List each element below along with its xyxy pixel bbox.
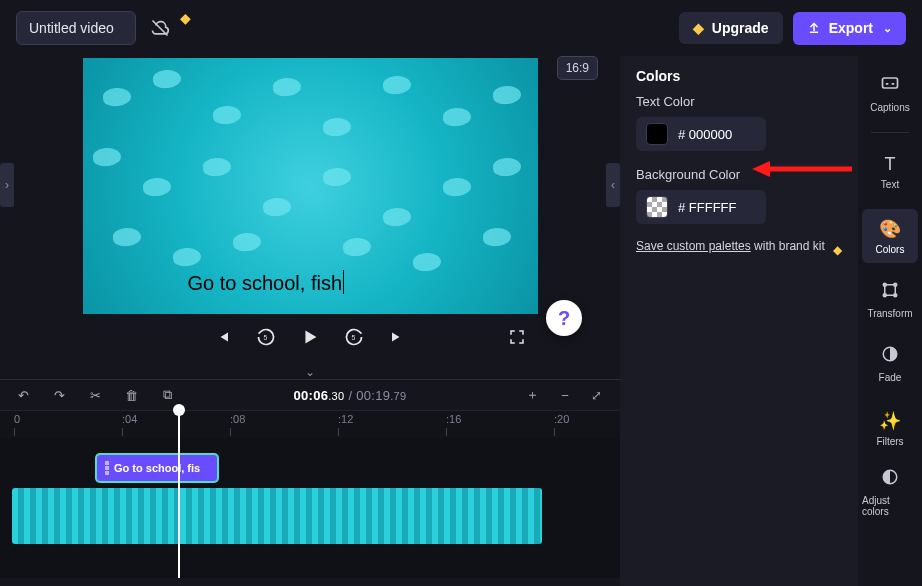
tick-0: 0: [14, 413, 20, 425]
delete-button[interactable]: 🗑: [122, 388, 140, 403]
bg-color-picker[interactable]: # FFFFFF: [636, 190, 766, 224]
text-color-label: Text Color: [636, 94, 842, 109]
save-palettes-link[interactable]: Save custom palettes: [636, 239, 751, 253]
prev-button[interactable]: [211, 328, 233, 351]
gem-icon: ◆: [833, 242, 842, 259]
forward-5-button[interactable]: 5: [343, 327, 365, 352]
captions-icon: [880, 73, 900, 98]
rail-fade[interactable]: Fade: [862, 337, 918, 391]
split-button[interactable]: ✂: [86, 388, 104, 403]
undo-button[interactable]: ↶: [14, 388, 32, 403]
caption-overlay-text: Go to school, fish: [188, 272, 343, 294]
premium-gem-icon: ◆: [180, 10, 191, 26]
project-title-input[interactable]: [16, 11, 136, 45]
text-color-hex: # 000000: [678, 127, 732, 142]
fit-timeline-button[interactable]: ⤢: [588, 388, 606, 403]
tick-3: :12: [338, 413, 353, 425]
properties-panel: Colors Text Color # 000000 Background Co…: [620, 56, 858, 586]
next-button[interactable]: [387, 328, 409, 351]
duplicate-button[interactable]: ⧉: [158, 387, 176, 403]
fade-icon: [881, 345, 899, 368]
player-controls: 5 5 ?: [0, 314, 620, 361]
svg-rect-3: [883, 78, 898, 88]
rail-adjust-colors[interactable]: Adjust colors: [862, 465, 918, 519]
timeline-toolbar: ↶ ↷ ✂ 🗑 ⧉ 00:06.30 / 00:19.79 ＋ − ⤢: [0, 379, 620, 410]
right-panel-handle[interactable]: ‹: [606, 163, 620, 207]
collapse-preview-caret[interactable]: ⌄: [0, 365, 620, 379]
bg-color-label: Background Color: [636, 167, 842, 182]
rail-divider: [871, 132, 909, 133]
svg-text:5: 5: [352, 334, 356, 341]
rail-text[interactable]: T Text: [862, 145, 918, 199]
duration: 00:19: [356, 388, 390, 403]
timeline-ruler[interactable]: 0 :04 :08 :12 :16 :20: [0, 410, 620, 438]
svg-text:5: 5: [264, 334, 268, 341]
left-panel-handle[interactable]: ›: [0, 163, 14, 207]
text-icon: T: [885, 154, 896, 175]
playhead[interactable]: [178, 410, 180, 578]
save-palettes-note: Save custom palettes with brand kit ◆: [636, 238, 842, 255]
rail-captions[interactable]: Captions: [862, 66, 918, 120]
palette-icon: 🎨: [879, 218, 901, 240]
gem-icon: ◆: [693, 20, 704, 36]
time-readout: 00:06.30 / 00:19.79: [294, 388, 407, 403]
adjust-icon: [881, 468, 899, 491]
zoom-out-button[interactable]: −: [556, 388, 574, 403]
tick-4: :16: [446, 413, 461, 425]
transform-icon: [881, 281, 899, 304]
cloud-off-icon[interactable]: [146, 14, 174, 42]
video-preview[interactable]: Go to school, fish: [83, 58, 538, 314]
video-clip[interactable]: [12, 488, 542, 544]
aspect-ratio-chip[interactable]: 16:9: [557, 56, 598, 80]
upgrade-button[interactable]: ◆ Upgrade: [679, 12, 783, 44]
rewind-5-button[interactable]: 5: [255, 327, 277, 352]
chevron-down-icon: ⌄: [883, 22, 892, 35]
add-track-button[interactable]: ＋: [524, 386, 542, 404]
rail-colors[interactable]: 🎨 Colors: [862, 209, 918, 263]
panel-title: Colors: [636, 68, 842, 84]
caption-overlay[interactable]: Go to school, fish: [188, 270, 345, 295]
text-cursor: [343, 270, 344, 294]
help-button[interactable]: ?: [546, 300, 582, 336]
upload-icon: [807, 20, 821, 37]
export-button[interactable]: Export ⌄: [793, 12, 906, 45]
tool-rail: Captions T Text 🎨 Colors Transform Fade …: [858, 56, 922, 586]
upgrade-label: Upgrade: [712, 20, 769, 36]
top-bar: ◆ ◆ Upgrade Export ⌄: [0, 0, 922, 56]
tick-5: :20: [554, 413, 569, 425]
bg-color-swatch: [646, 196, 668, 218]
text-color-swatch: [646, 123, 668, 145]
text-color-picker[interactable]: # 000000: [636, 117, 766, 151]
bg-color-hex: # FFFFFF: [678, 200, 737, 215]
redo-button[interactable]: ↷: [50, 388, 68, 403]
play-button[interactable]: [299, 326, 321, 353]
current-time: 00:06: [294, 388, 329, 403]
fullscreen-button[interactable]: [506, 328, 528, 351]
text-clip-label: Go to school, fis: [114, 462, 200, 474]
text-clip[interactable]: Go to school, fis: [96, 454, 218, 482]
filters-icon: ✨: [879, 410, 901, 432]
tick-1: :04: [122, 413, 137, 425]
tick-2: :08: [230, 413, 245, 425]
clip-grip-icon: [105, 461, 109, 475]
rail-filters[interactable]: ✨ Filters: [862, 401, 918, 455]
rail-transform[interactable]: Transform: [862, 273, 918, 327]
export-label: Export: [829, 20, 873, 36]
timeline-tracks[interactable]: Go to school, fis: [0, 438, 620, 578]
